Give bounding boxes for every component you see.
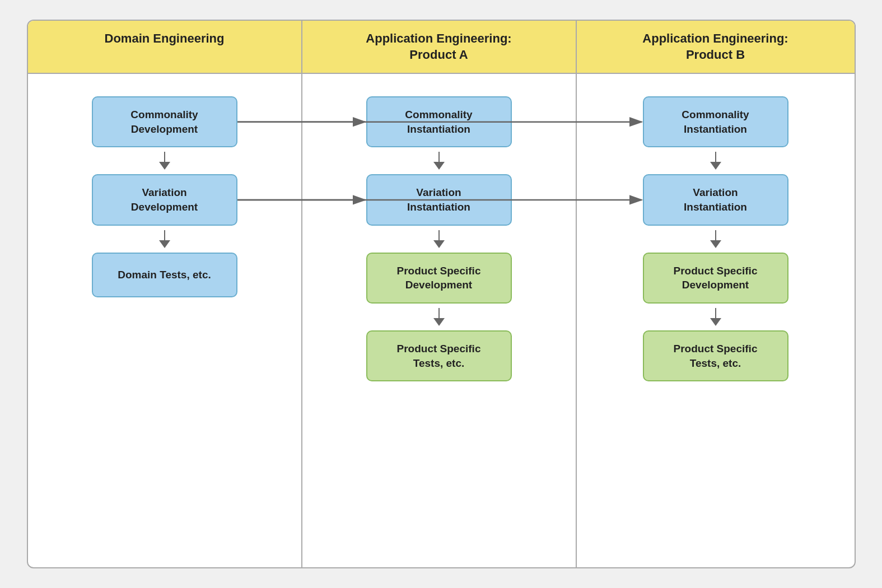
- arrow-down-4: [433, 229, 445, 249]
- arrow-down-5: [433, 307, 445, 327]
- variation-inst-b-box: VariationInstantiation: [643, 174, 788, 225]
- col2-content: CommonalityInstantiation VariationInstan…: [302, 74, 577, 567]
- commonality-dev-box: CommonalityDevelopment: [92, 96, 237, 147]
- col3-content: CommonalityInstantiation VariationInstan…: [577, 74, 855, 567]
- product-specific-dev-a-box: Product SpecificDevelopment: [366, 253, 512, 304]
- arrow-down-7: [710, 229, 721, 249]
- header-col1: Domain Engineering: [28, 21, 302, 73]
- arrow-down-3: [433, 151, 445, 171]
- domain-tests-box: Domain Tests, etc.: [92, 253, 237, 297]
- product-specific-tests-b-box: Product SpecificTests, etc.: [643, 330, 788, 381]
- arrow-down-2: [159, 229, 170, 249]
- header-col2: Application Engineering:Product A: [302, 21, 577, 73]
- commonality-inst-a-box: CommonalityInstantiation: [366, 96, 512, 147]
- diagram-body: CommonalityDevelopment VariationDevelopm…: [28, 74, 855, 567]
- header-col3: Application Engineering:Product B: [577, 21, 855, 73]
- col1-content: CommonalityDevelopment VariationDevelopm…: [28, 74, 302, 567]
- product-specific-tests-a-box: Product SpecificTests, etc.: [366, 330, 512, 381]
- variation-dev-box: VariationDevelopment: [92, 174, 237, 225]
- commonality-inst-b-box: CommonalityInstantiation: [643, 96, 788, 147]
- arrow-down-1: [159, 151, 170, 171]
- header-row: Domain Engineering Application Engineeri…: [28, 21, 855, 74]
- product-specific-dev-b-box: Product SpecificDevelopment: [643, 253, 788, 304]
- arrow-down-8: [710, 307, 721, 327]
- diagram-container: Domain Engineering Application Engineeri…: [27, 20, 856, 568]
- variation-inst-a-box: VariationInstantiation: [366, 174, 512, 225]
- arrow-down-6: [710, 151, 721, 171]
